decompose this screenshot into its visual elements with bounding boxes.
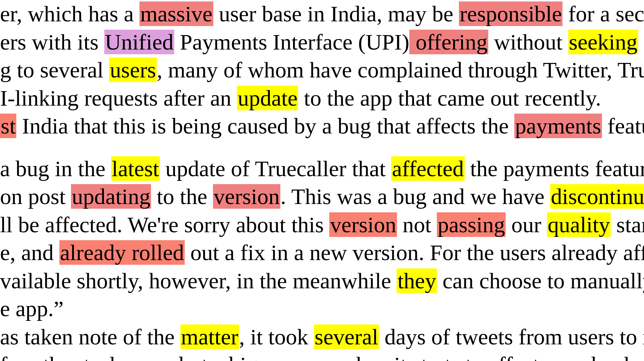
highlighted-text: already rolled bbox=[59, 240, 185, 265]
text-line-line4: I-linking requests after an update to th… bbox=[0, 84, 644, 112]
main-content: er, which has a massive user base in Ind… bbox=[0, 0, 644, 361]
text-line-line5: st India that this is being caused by a … bbox=[0, 112, 644, 140]
text-line-line8: ll be affected. We're sorry about this v… bbox=[0, 211, 644, 239]
paragraph-1: er, which has a massive user base in Ind… bbox=[0, 0, 644, 140]
highlighted-text: latest bbox=[111, 156, 160, 181]
text-line-line9: e, and already rolled out a fix in a new… bbox=[0, 239, 644, 267]
text-line-line11: e app.” bbox=[0, 295, 644, 323]
highlighted-text: they bbox=[397, 268, 437, 293]
highlighted-text: matter bbox=[180, 324, 239, 349]
highlighted-text: users bbox=[109, 58, 156, 82]
text-line-line10: vailable shortly, however, in the meanwh… bbox=[0, 267, 644, 295]
text-line-line7: on post updating to the version. This wa… bbox=[0, 183, 644, 211]
highlighted-text: offering bbox=[409, 30, 488, 54]
text-line-line6: a bug in the latest update of Truecaller… bbox=[0, 155, 644, 183]
highlighted-text: version bbox=[213, 184, 281, 209]
highlighted-text: updating bbox=[71, 184, 151, 209]
highlighted-text: update bbox=[237, 86, 298, 110]
highlighted-text: version bbox=[329, 212, 397, 237]
text-line-line1: er, which has a massive user base in Ind… bbox=[0, 0, 644, 28]
text-line-line12: as taken note of the matter, it took sev… bbox=[0, 323, 644, 351]
highlighted-text: seeking bbox=[568, 30, 638, 54]
text-line-line2: ers with its Unified Payments Interface … bbox=[0, 28, 644, 56]
highlighted-text: discontinued th bbox=[550, 184, 644, 209]
highlighted-text: passing bbox=[437, 212, 506, 237]
highlighted-text: st bbox=[0, 114, 16, 138]
text-line-line13: for other tech apps, but a big concern w… bbox=[0, 351, 644, 361]
highlighted-text: several bbox=[314, 324, 379, 349]
highlighted-text: Unified bbox=[104, 30, 174, 54]
highlighted-text: quality bbox=[547, 212, 611, 237]
paragraph-2: a bug in the latest update of Truecaller… bbox=[0, 155, 644, 361]
highlighted-text: responsible bbox=[459, 1, 563, 26]
text-line-line3: g to several users, many of whom have co… bbox=[0, 56, 644, 84]
highlighted-text: payments bbox=[514, 114, 602, 138]
highlighted-text: massive bbox=[139, 1, 213, 26]
highlighted-text: affected bbox=[391, 156, 464, 181]
